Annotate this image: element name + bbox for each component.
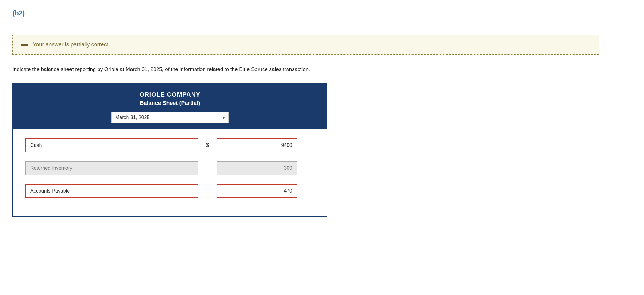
partial-correct-banner: Your answer is partially correct. (12, 35, 599, 55)
returned-inventory-label-wrapper (25, 161, 198, 175)
cash-value-input[interactable] (217, 138, 297, 152)
row-cash: $ (25, 138, 314, 152)
returned-inventory-value-wrapper (217, 161, 297, 175)
date-select[interactable]: March 31, 2025 (111, 112, 229, 123)
instruction-text: Indicate the balance sheet reporting by … (12, 65, 632, 73)
section-label: (b2) (12, 9, 632, 17)
balance-sheet-body: $ (13, 129, 327, 216)
cash-label-wrapper (25, 138, 198, 152)
balance-sheet-subtitle: Balance Sheet (Partial) (19, 100, 321, 106)
date-select-container[interactable]: March 31, 2025 (111, 112, 229, 123)
row-accounts-payable (25, 184, 314, 198)
page-container: (b2) Your answer is partially correct. I… (0, 0, 644, 295)
accounts-payable-label-input[interactable] (25, 184, 198, 198)
banner-text: Your answer is partially correct. (33, 41, 110, 48)
cash-label-input[interactable] (25, 138, 198, 152)
minus-icon (21, 44, 28, 46)
cash-currency-symbol: $ (204, 142, 211, 148)
accounts-payable-value-wrapper (217, 184, 297, 198)
company-name: ORIOLE COMPANY (19, 91, 321, 98)
accounts-payable-label-wrapper (25, 184, 198, 198)
returned-inventory-label-input (25, 161, 198, 175)
balance-sheet-container: ORIOLE COMPANY Balance Sheet (Partial) M… (12, 83, 327, 217)
row-returned-inventory (25, 161, 314, 175)
balance-sheet-header: ORIOLE COMPANY Balance Sheet (Partial) M… (13, 83, 327, 129)
divider (12, 25, 632, 25)
cash-value-wrapper (217, 138, 297, 152)
accounts-payable-value-input[interactable] (217, 184, 297, 198)
returned-inventory-value-input (217, 161, 297, 175)
